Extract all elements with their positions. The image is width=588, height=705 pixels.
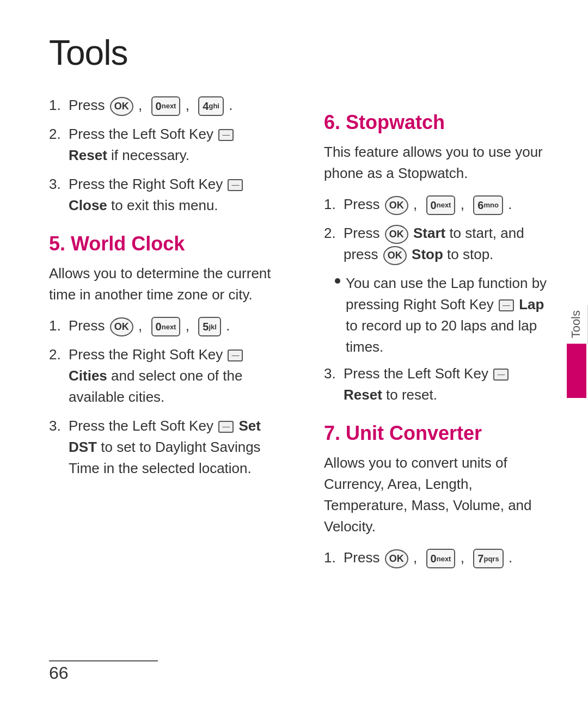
five-key-s5: 5jkl [198,317,221,336]
section5-step-3: 3. Press the Left Soft Key Set DST to se… [49,415,275,479]
zero-key-s7: 0next [426,549,456,568]
section6-title: 6. Stopwatch [324,111,550,134]
section7-desc: Allows you to convert units of Currency,… [324,452,550,537]
zero-key-s6: 0next [426,195,456,215]
side-tab-highlight [567,344,586,398]
right-soft-key-icon [228,179,243,191]
section6-step-3: 3. Press the Left Soft Key Reset to rese… [324,363,550,406]
page-number: 66 [49,663,69,683]
page-container: Tools 1. Press OK , 0next , 4ghi . [0,0,588,705]
section5-step-1: 1. Press OK , 0next , 5jkl . [49,315,275,336]
section6-desc: This feature allows you to use your phon… [324,142,550,184]
left-soft-key-icon [218,129,234,141]
six-key-s6: 6mno [473,195,503,215]
page-bottom: 66 [49,663,550,683]
ok-key: OK [110,97,133,116]
intro-steps: 1. Press OK , 0next , 4ghi . 2. Press th… [49,95,275,216]
ok-key-s6-stop: OK [383,246,407,265]
ok-key-s6: OK [385,196,408,215]
bullet-dot [335,278,340,284]
section6-step-2: 2. Press OK Start to start, and press OK… [324,223,550,265]
section6-step3-list: 3. Press the Left Soft Key Reset to rese… [324,363,550,406]
column-left: 1. Press OK , 0next , 4ghi . 2. Press th… [49,95,286,576]
left-soft-key-s6-3 [493,369,509,381]
side-tab-label: Tools [565,305,588,344]
zero-key-s5: 0next [151,317,181,336]
page-bottom-line [49,660,158,661]
section5-steps: 1. Press OK , 0next , 5jkl . 2. Press th… [49,315,275,479]
section5-desc: Allows you to determine the current time… [49,263,275,305]
side-tab: Tools [565,305,588,398]
section6-step-1: 1. Press OK , 0next , 6mno . [324,194,550,215]
four-ghi-key: 4ghi [198,96,224,116]
section6-steps: 1. Press OK , 0next , 6mno . 2. Press OK… [324,194,550,265]
section-unit-converter: 7. Unit Converter Allows you to convert … [324,422,550,568]
section7-title: 7. Unit Converter [324,422,550,445]
section-stopwatch: 6. Stopwatch This feature allows you to … [324,111,550,406]
column-right: 6. Stopwatch This feature allows you to … [318,95,550,576]
section7-steps: 1. Press OK , 0next , 7pqrs . [324,547,550,568]
section6-bullets: You can use the Lap function by pressing… [335,273,550,358]
section5-title: 5. World Clock [49,232,275,255]
page-title: Tools [49,33,550,73]
intro-step-list: 1. Press OK , 0next , 4ghi . 2. Press th… [49,95,275,216]
section5-step-2: 2. Press the Right Soft Key Cities and s… [49,344,275,408]
section-world-clock: 5. World Clock Allows you to determine t… [49,232,275,479]
ok-key-s7: OK [385,549,408,568]
ok-key-s5: OK [110,317,133,336]
zero-next-key: 0next [151,96,181,116]
intro-step-2: 2. Press the Left Soft Key Reset if nece… [49,124,275,166]
section6-bullet-1: You can use the Lap function by pressing… [335,273,550,358]
main-content: 1. Press OK , 0next , 4ghi . 2. Press th… [49,95,550,576]
seven-key-s7: 7pqrs [473,549,503,568]
section7-step-1: 1. Press OK , 0next , 7pqrs . [324,547,550,568]
ok-key-s6-start: OK [385,225,408,244]
intro-step-1: 1. Press OK , 0next , 4ghi . [49,95,275,116]
intro-step-3: 3. Press the Right Soft Key Close to exi… [49,174,275,216]
left-soft-key-s5-3 [218,421,234,433]
right-soft-key-s5-2 [228,350,243,361]
right-soft-key-s6-lap [499,299,514,311]
